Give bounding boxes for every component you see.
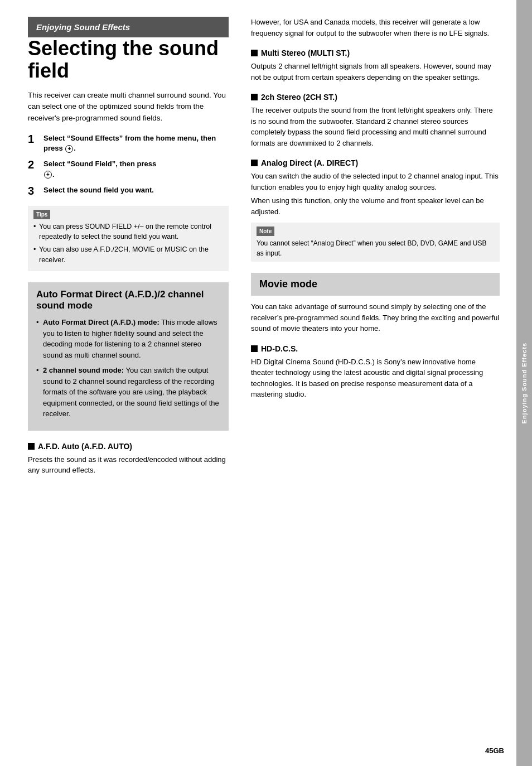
afd-title: Auto Format Direct (A.F.D.)/2 channel so… — [36, 289, 220, 312]
hd-dcs-title: HD-D.C.S. — [261, 344, 298, 353]
movie-mode-body: You can take advantage of surround sound… — [251, 301, 500, 334]
note-box: Note You cannot select “Analog Direct” w… — [251, 223, 500, 262]
afd-box: Auto Format Direct (A.F.D.)/2 channel so… — [28, 282, 229, 431]
multi-stereo-title-container: Multi Stereo (MULTI ST.) — [251, 49, 500, 57]
note-label: Note — [257, 227, 274, 236]
main-content: Enjoying Sound Effects Selecting the sou… — [0, 0, 516, 766]
step-1-number: 1 — [28, 132, 43, 146]
step-3: 3 Select the sound field you want. — [28, 184, 229, 197]
tip-item-1: You can press SOUND FIELD +/– on the rem… — [33, 221, 223, 243]
square-icon-analog-direct — [251, 160, 258, 166]
afd-auto-title-container: A.F.D. Auto (A.F.D. AUTO) — [28, 442, 229, 451]
circle-plus-icon-1 — [65, 145, 73, 153]
square-icon-multi-stereo — [251, 50, 258, 56]
tips-list: You can press SOUND FIELD +/– on the rem… — [33, 221, 223, 266]
intro-text: This receiver can create multi channel s… — [28, 90, 229, 124]
afd-item-1: Auto Format Direct (A.F.D.) mode: This m… — [36, 317, 220, 360]
step-2: 2 Select “Sound Field”, then press. — [28, 158, 229, 179]
section-header-box: Enjoying Sound Effects — [28, 17, 229, 37]
analog-direct-body2: When using this function, only the volum… — [251, 195, 500, 217]
step-3-number: 3 — [28, 184, 43, 197]
right-intro: However, for USA and Canada models, this… — [251, 17, 500, 38]
tips-label: Tips — [33, 210, 50, 219]
afd-item-1-bold: Auto Format Direct (A.F.D.) mode: — [43, 318, 159, 326]
movie-mode-title: Movie mode — [259, 278, 491, 290]
movie-mode-box: Movie mode — [251, 273, 500, 296]
sidebar-tab: Enjoying Sound Effects — [516, 0, 532, 766]
step-1: 1 Select “Sound Effects” from the home m… — [28, 132, 229, 153]
section-header-label: Enjoying Sound Effects — [36, 22, 130, 32]
analog-direct-body1: You can switch the audio of the selected… — [251, 171, 500, 192]
sidebar-tab-text: Enjoying Sound Effects — [521, 343, 528, 423]
square-icon-hd-dcs — [251, 345, 258, 352]
hd-dcs-body: HD Digital Cinema Sound (HD-D.C.S.) is S… — [251, 356, 500, 400]
circle-plus-icon-2 — [44, 171, 52, 179]
tips-box: Tips You can press SOUND FIELD +/– on th… — [28, 206, 229, 271]
multi-stereo-body: Outputs 2 channel left/right signals fro… — [251, 61, 500, 83]
step-2-text: Select “Sound Field”, then press. — [43, 158, 156, 179]
analog-direct-title-container: Analog Direct (A. DIRECT) — [251, 158, 500, 167]
analog-direct-title: Analog Direct (A. DIRECT) — [261, 158, 358, 167]
page-title: Selecting the sound field — [28, 37, 229, 81]
afd-auto-body: Presets the sound as it was recorded/enc… — [28, 454, 229, 476]
hd-dcs-title-container: HD-D.C.S. — [251, 344, 500, 353]
afd-auto-title: A.F.D. Auto (A.F.D. AUTO) — [38, 442, 132, 451]
page-number: 45GB — [485, 746, 504, 755]
two-ch-stereo-title: 2ch Stereo (2CH ST.) — [261, 93, 337, 102]
afd-list: Auto Format Direct (A.F.D.) mode: This m… — [36, 317, 220, 420]
multi-stereo-title: Multi Stereo (MULTI ST.) — [261, 49, 350, 57]
afd-item-2-bold: 2 channel sound mode: — [43, 366, 124, 374]
left-column: Enjoying Sound Effects Selecting the sou… — [28, 17, 245, 749]
step-3-text: Select the sound field you want. — [43, 184, 154, 195]
square-icon-2ch — [251, 94, 258, 100]
tip-item-2: You can also use A.F.D./2CH, MOVIE or MU… — [33, 244, 223, 266]
steps-list: 1 Select “Sound Effects” from the home m… — [28, 132, 229, 197]
square-icon-afd-auto — [28, 443, 35, 450]
note-text: You cannot select “Analog Direct” when y… — [257, 238, 494, 258]
step-2-number: 2 — [28, 158, 43, 171]
page-container: Enjoying Sound Effects Selecting the sou… — [0, 0, 532, 766]
step-1-text: Select “Sound Effects” from the home men… — [43, 132, 229, 153]
two-ch-stereo-body: The receiver outputs the sound from the … — [251, 105, 500, 148]
two-ch-stereo-title-container: 2ch Stereo (2CH ST.) — [251, 93, 500, 102]
right-column: However, for USA and Canada models, this… — [245, 17, 500, 749]
afd-item-2: 2 channel sound mode: You can switch the… — [36, 365, 220, 420]
